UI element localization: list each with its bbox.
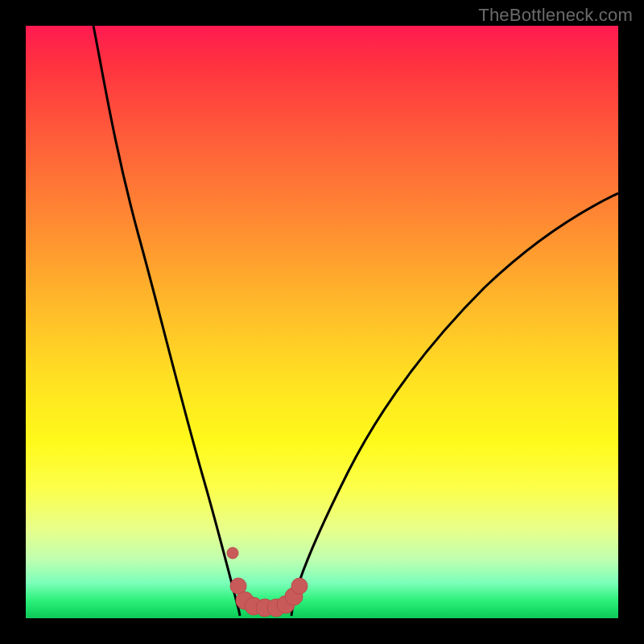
marker-dot [227, 547, 238, 559]
chart-frame [26, 26, 618, 618]
chart-svg [26, 26, 618, 618]
left-curve [93, 26, 240, 616]
right-curve [291, 193, 618, 616]
marker-group [227, 547, 308, 617]
watermark-text: TheBottleneck.com [478, 5, 633, 26]
marker-dot [291, 578, 308, 594]
